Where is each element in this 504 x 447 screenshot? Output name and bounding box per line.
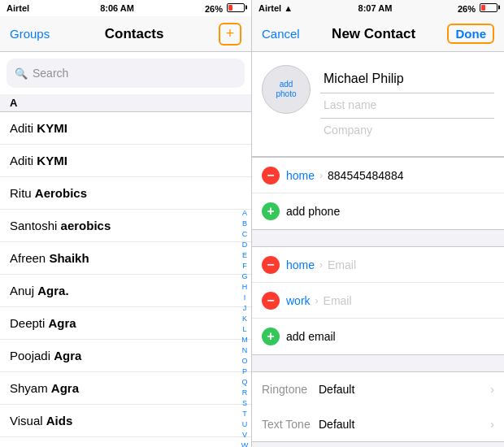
texttone-value: Default — [319, 418, 490, 431]
battery-right: 26% — [458, 3, 497, 14]
list-item[interactable]: Ritu Aerobics — [0, 177, 251, 210]
last-name-field[interactable] — [320, 93, 494, 119]
add-phone-button[interactable]: + — [262, 202, 280, 220]
phone-label-home[interactable]: home — [286, 169, 315, 182]
email-label-work[interactable]: work — [286, 294, 311, 307]
email-work-placeholder[interactable]: Email — [324, 294, 494, 307]
search-icon: 🔍 — [15, 67, 28, 80]
list-item[interactable]: Aditi KYMI — [0, 145, 251, 177]
email-chevron-home: › — [319, 259, 323, 271]
list-item[interactable]: Poojadi Agra — [0, 340, 251, 372]
wifi-icon: ▲ — [284, 3, 293, 13]
list-item[interactable]: Shyam Agra — [0, 372, 251, 405]
carrier-left: Airtel — [7, 3, 29, 13]
cancel-button[interactable]: Cancel — [262, 27, 300, 41]
ringtone-chevron: › — [490, 383, 494, 396]
email-section: − home › Email − work › Email + add emai… — [252, 246, 504, 355]
list-item[interactable]: Visual Aids — [0, 405, 251, 437]
list-item[interactable]: Santoshi aerobics — [0, 210, 251, 242]
contacts-panel: Airtel 8:06 AM 26% Groups Contacts + 🔍 S… — [0, 0, 252, 447]
first-name-field[interactable] — [320, 65, 494, 93]
status-bar-right: Airtel ▲ 8:07 AM 26% — [252, 0, 504, 16]
company-field[interactable] — [320, 119, 494, 143]
email-row-home: − home › Email — [252, 247, 504, 283]
add-phone-row[interactable]: + add phone — [252, 193, 504, 229]
time-right: 8:07 AM — [358, 3, 393, 13]
texttone-chevron: › — [490, 418, 494, 431]
list-item[interactable]: Afreen Shaikh — [0, 242, 251, 275]
texttone-row[interactable]: Text Tone Default › — [252, 406, 504, 442]
ringtone-label: Ringtone — [262, 383, 319, 396]
name-fields — [320, 65, 494, 143]
search-bar[interactable]: 🔍 Search — [7, 59, 245, 88]
email-label-home[interactable]: home — [286, 258, 315, 271]
add-phone-label: add phone — [286, 205, 340, 218]
new-contact-title: New Contact — [332, 26, 415, 42]
email-home-placeholder[interactable]: Email — [328, 258, 494, 271]
add-photo-button[interactable]: add photo — [262, 65, 311, 114]
add-email-label: add email — [286, 330, 336, 343]
add-email-button[interactable]: + — [262, 328, 280, 345]
contacts-title: Contacts — [105, 26, 164, 42]
remove-email-work-button[interactable]: − — [262, 292, 280, 310]
groups-button[interactable]: Groups — [10, 27, 50, 41]
status-bar-left: Airtel 8:06 AM 26% — [0, 0, 251, 16]
section-header-a: A — [0, 94, 251, 112]
email-chevron-work: › — [315, 295, 319, 306]
contact-form: add photo − home › 884545484884 + add ph… — [252, 52, 504, 447]
battery-left: 26% — [205, 3, 245, 14]
new-contact-panel: Airtel ▲ 8:07 AM 26% Cancel New Contact … — [252, 0, 504, 447]
list-item[interactable]: Aditi KYMI — [0, 112, 251, 145]
section-gap-1 — [252, 230, 504, 246]
phone-section: − home › 884545484884 + add phone — [252, 157, 504, 230]
phone-value[interactable]: 884545484884 — [328, 169, 494, 182]
ringtone-row[interactable]: Ringtone Default › — [252, 371, 504, 407]
alpha-index[interactable]: A B C D E F G H I J K L M N O P Q R S T … — [238, 208, 251, 447]
remove-phone-button[interactable]: − — [262, 167, 280, 184]
time-left: 8:06 AM — [100, 3, 134, 13]
phone-row-home: − home › 884545484884 — [252, 158, 504, 193]
battery-icon-left — [227, 3, 245, 12]
email-row-work: − work › Email — [252, 283, 504, 319]
carrier-right: Airtel ▲ — [259, 3, 293, 13]
done-button[interactable]: Done — [447, 24, 494, 44]
contacts-list: A Aditi KYMI Aditi KYMI Ritu Aerobics Sa… — [0, 94, 251, 447]
list-item[interactable]: Ajay Tauji Bangalore ( rishi papa) — [0, 437, 251, 447]
search-label: Search — [33, 67, 68, 80]
remove-email-home-button[interactable]: − — [262, 256, 280, 274]
add-email-row[interactable]: + add email — [252, 319, 504, 354]
nav-bar-left: Groups Contacts + — [0, 16, 251, 52]
add-contact-button[interactable]: + — [219, 23, 241, 46]
photo-name-section: add photo — [252, 52, 504, 157]
phone-chevron: › — [319, 170, 323, 181]
ringtone-value: Default — [319, 383, 490, 396]
battery-icon-right — [480, 3, 497, 12]
section-gap-2 — [252, 355, 504, 371]
list-item[interactable]: Deepti Agra — [0, 307, 251, 340]
texttone-label: Text Tone — [262, 418, 319, 431]
list-item[interactable]: Anuj Agra. — [0, 275, 251, 307]
nav-bar-right: Cancel New Contact Done — [252, 16, 504, 52]
